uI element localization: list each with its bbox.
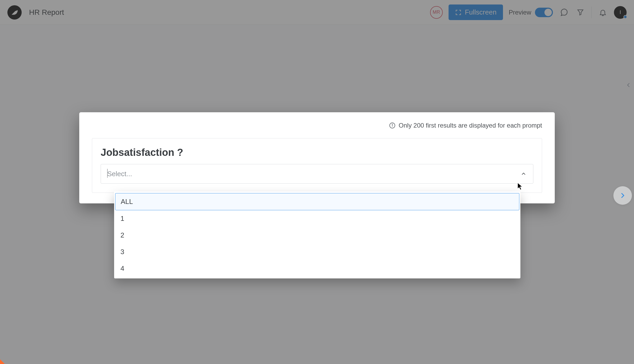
- info-icon: [389, 122, 395, 129]
- chevron-right-icon: [618, 191, 627, 200]
- dropdown-option-all[interactable]: ALL: [115, 193, 519, 210]
- text-cursor: [107, 169, 108, 178]
- dropdown-option-3[interactable]: 3: [115, 244, 519, 260]
- prompt-title: Jobsatisfaction ?: [101, 147, 533, 158]
- modal-info-text: Only 200 first results are displayed for…: [399, 122, 542, 129]
- modal-info-bar: Only 200 first results are displayed for…: [92, 122, 542, 129]
- dropdown-option-2[interactable]: 2: [115, 227, 519, 244]
- prompt-dropdown: ALL 1 2 3 4: [114, 192, 520, 278]
- chevron-left-icon: [625, 81, 632, 89]
- prompt-select-input[interactable]: Select...: [101, 164, 533, 184]
- prompt-modal: Only 200 first results are displayed for…: [79, 112, 555, 203]
- svg-point-2: [392, 124, 393, 125]
- next-page-button[interactable]: [613, 186, 632, 205]
- prompt-box: Jobsatisfaction ? Select...: [92, 138, 542, 193]
- select-placeholder: Select...: [107, 170, 132, 178]
- dropdown-option-4[interactable]: 4: [115, 260, 519, 277]
- chevron-up-icon: [520, 171, 527, 177]
- right-panel-collapse[interactable]: [623, 77, 634, 93]
- dropdown-option-1[interactable]: 1: [115, 210, 519, 227]
